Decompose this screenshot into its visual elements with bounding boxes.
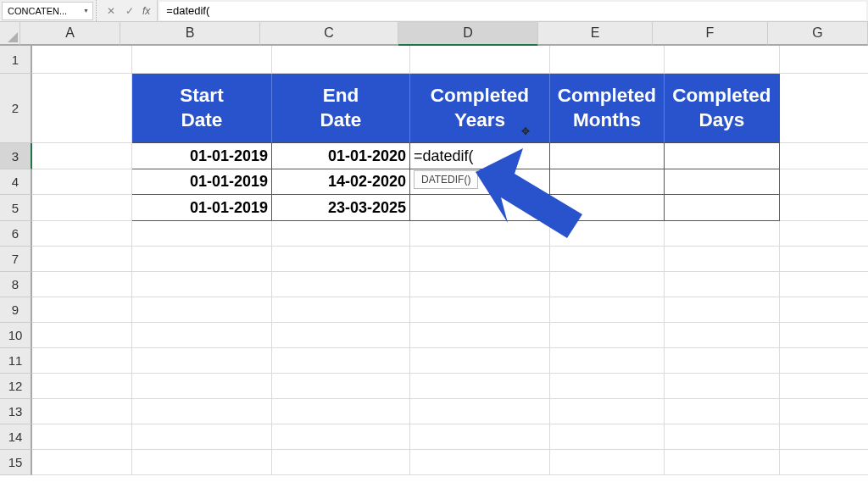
- cell-G7[interactable]: [780, 247, 868, 272]
- formula-input[interactable]: =datedif(: [159, 2, 866, 20]
- cell-B7[interactable]: [132, 247, 272, 272]
- cell-A10[interactable]: [32, 323, 132, 348]
- row-header-14[interactable]: 14: [0, 424, 32, 450]
- cell-A14[interactable]: [32, 424, 132, 450]
- cell-A7[interactable]: [32, 247, 132, 272]
- header-start-date[interactable]: Start Date: [132, 74, 272, 143]
- cell-A13[interactable]: [32, 399, 132, 424]
- cell-D14[interactable]: [410, 424, 550, 450]
- confirm-icon[interactable]: ✓: [120, 5, 139, 17]
- cell-F1[interactable]: [665, 46, 780, 74]
- cell-C8[interactable]: [272, 272, 410, 297]
- cell-E14[interactable]: [550, 424, 665, 450]
- header-completed-days[interactable]: Completed Days: [665, 74, 780, 143]
- cell-B9[interactable]: [132, 297, 272, 323]
- cell-B12[interactable]: [132, 374, 272, 399]
- cell-A8[interactable]: [32, 272, 132, 297]
- cell-A5[interactable]: [32, 195, 132, 221]
- cell-G11[interactable]: [780, 348, 868, 374]
- cell-F3[interactable]: [665, 143, 780, 169]
- cell-C15[interactable]: [272, 450, 410, 475]
- row-header-10[interactable]: 10: [0, 323, 32, 348]
- cell-D15[interactable]: [410, 450, 550, 475]
- col-header-E[interactable]: E: [538, 22, 653, 46]
- row-header-1[interactable]: 1: [0, 46, 32, 74]
- cancel-icon[interactable]: ✕: [102, 5, 120, 17]
- chevron-down-icon[interactable]: ▼: [83, 8, 89, 14]
- header-end-date[interactable]: End Date: [272, 74, 410, 143]
- cell-C9[interactable]: [272, 297, 410, 323]
- col-header-B[interactable]: B: [120, 22, 260, 46]
- row-header-11[interactable]: 11: [0, 348, 32, 374]
- cell-E1[interactable]: [550, 46, 665, 74]
- row-header-5[interactable]: 5: [0, 195, 32, 221]
- cell-G5[interactable]: [780, 195, 868, 221]
- row-header-15[interactable]: 15: [0, 450, 32, 475]
- col-header-C[interactable]: C: [260, 22, 398, 46]
- cell-F7[interactable]: [665, 247, 780, 272]
- cell-G9[interactable]: [780, 297, 868, 323]
- cell-C7[interactable]: [272, 247, 410, 272]
- cell-E10[interactable]: [550, 323, 665, 348]
- cell-F8[interactable]: [665, 272, 780, 297]
- cell-C6[interactable]: [272, 221, 410, 247]
- cell-E11[interactable]: [550, 348, 665, 374]
- cell-A9[interactable]: [32, 297, 132, 323]
- fx-icon[interactable]: fx: [142, 5, 150, 17]
- cell-F4[interactable]: [665, 169, 780, 195]
- cell-F14[interactable]: [665, 424, 780, 450]
- cell-A12[interactable]: [32, 374, 132, 399]
- cell-C1[interactable]: [272, 46, 410, 74]
- cell-B5[interactable]: 01-01-2019: [132, 195, 272, 221]
- cell-C13[interactable]: [272, 399, 410, 424]
- cell-D12[interactable]: [410, 374, 550, 399]
- cell-A6[interactable]: [32, 221, 132, 247]
- cell-E12[interactable]: [550, 374, 665, 399]
- cell-D1[interactable]: [410, 46, 550, 74]
- row-header-7[interactable]: 7: [0, 247, 32, 272]
- cell-D7[interactable]: [410, 247, 550, 272]
- cell-C10[interactable]: [272, 323, 410, 348]
- cell-C11[interactable]: [272, 348, 410, 374]
- cell-C5[interactable]: 23-03-2025: [272, 195, 410, 221]
- cell-A2[interactable]: [32, 74, 132, 143]
- cell-D11[interactable]: [410, 348, 550, 374]
- cell-G10[interactable]: [780, 323, 868, 348]
- cell-C4[interactable]: 14-02-2020: [272, 169, 410, 195]
- row-header-6[interactable]: 6: [0, 221, 32, 247]
- cell-G14[interactable]: [780, 424, 868, 450]
- cell-G12[interactable]: [780, 374, 868, 399]
- col-header-F[interactable]: F: [653, 22, 768, 46]
- row-header-4[interactable]: 4: [0, 169, 32, 195]
- cell-G4[interactable]: [780, 169, 868, 195]
- cell-A4[interactable]: [32, 169, 132, 195]
- cell-G3[interactable]: [780, 143, 868, 169]
- cell-B3[interactable]: 01-01-2019: [132, 143, 272, 169]
- cell-D8[interactable]: [410, 272, 550, 297]
- select-all-corner[interactable]: [0, 22, 20, 46]
- cell-B4[interactable]: 01-01-2019: [132, 169, 272, 195]
- name-box[interactable]: CONCATEN... ▼: [2, 2, 93, 20]
- cell-B1[interactable]: [132, 46, 272, 74]
- cell-G15[interactable]: [780, 450, 868, 475]
- cell-F5[interactable]: [665, 195, 780, 221]
- row-header-3[interactable]: 3: [0, 143, 32, 169]
- cell-D9[interactable]: [410, 297, 550, 323]
- cell-A15[interactable]: [32, 450, 132, 475]
- row-header-2[interactable]: 2: [0, 74, 32, 143]
- cell-A3[interactable]: [32, 143, 132, 169]
- cell-F13[interactable]: [665, 399, 780, 424]
- cell-B10[interactable]: [132, 323, 272, 348]
- row-header-13[interactable]: 13: [0, 399, 32, 424]
- row-header-8[interactable]: 8: [0, 272, 32, 297]
- cell-B8[interactable]: [132, 272, 272, 297]
- cell-C14[interactable]: [272, 424, 410, 450]
- cell-G2[interactable]: [780, 74, 868, 143]
- cell-A11[interactable]: [32, 348, 132, 374]
- row-header-9[interactable]: 9: [0, 297, 32, 323]
- cell-F11[interactable]: [665, 348, 780, 374]
- cell-G6[interactable]: [780, 221, 868, 247]
- cell-B14[interactable]: [132, 424, 272, 450]
- col-header-G[interactable]: G: [768, 22, 868, 46]
- cell-F15[interactable]: [665, 450, 780, 475]
